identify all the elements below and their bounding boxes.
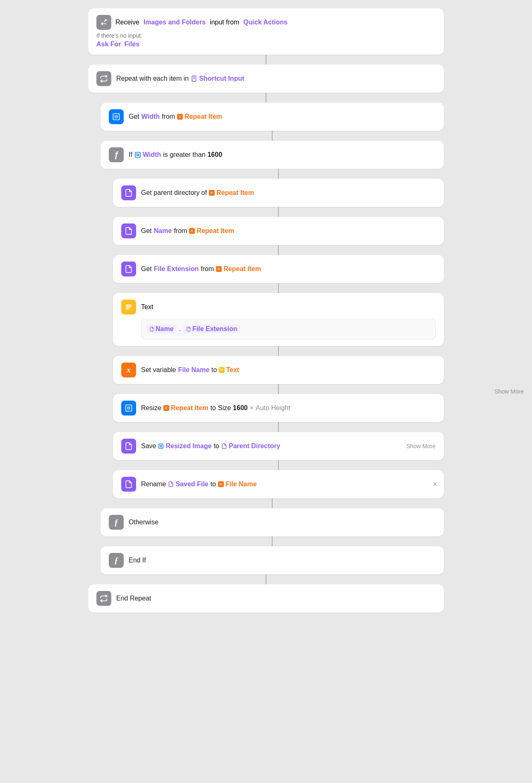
set-variable-label: Set variable xyxy=(141,366,176,374)
if-operator: is greater than xyxy=(163,151,205,159)
receive-icon xyxy=(96,15,111,30)
otherwise-card: ƒ Otherwise xyxy=(101,508,444,536)
rename-source[interactable]: Saved File xyxy=(175,480,208,488)
rename-connector: to xyxy=(211,480,216,488)
connector-4 xyxy=(278,169,279,179)
resize-times: × xyxy=(250,404,254,412)
receive-label: Receive xyxy=(115,19,139,26)
repeat-content: Repeat with each item in Shortcut Input xyxy=(116,75,436,82)
receive-connector: input from xyxy=(210,19,239,26)
resize-label: Resize xyxy=(141,404,161,412)
get-name-source[interactable]: Repeat Item xyxy=(197,227,234,235)
end-repeat-card: End Repeat xyxy=(88,584,444,612)
get-parent-label: Get parent directory of xyxy=(141,189,207,197)
otherwise-label: Otherwise xyxy=(129,519,158,526)
get-name-label: Get xyxy=(141,227,152,235)
save-content: Save Resized Image to Parent Directory S… xyxy=(141,442,436,450)
otherwise-content: Otherwise xyxy=(129,519,436,526)
rename-name[interactable]: File Name xyxy=(225,480,257,488)
get-extension-content: Get File Extension from ✕ Repeat Item xyxy=(141,265,436,273)
text-card-body[interactable]: Name . File Extension xyxy=(141,319,436,339)
save-connector: to xyxy=(214,442,219,450)
text-separator: . xyxy=(179,325,181,333)
repeat-icon xyxy=(96,71,111,86)
get-name-property[interactable]: Name xyxy=(154,227,172,235)
connector-8 xyxy=(278,346,279,356)
rename-card: Rename Saved File to ✕ File Name × xyxy=(113,470,444,498)
get-extension-connector: from xyxy=(201,265,214,273)
connector-14 xyxy=(266,574,266,584)
save-label: Save xyxy=(141,442,156,450)
get-width-card: Get Width from ✕ Repeat Item xyxy=(101,103,444,131)
text-extension-token[interactable]: File Extension xyxy=(192,325,237,333)
save-card: Save Resized Image to Parent Directory S… xyxy=(113,432,444,460)
if-content: If Width is greater than 1600 xyxy=(129,151,436,159)
end-if-label: End If xyxy=(129,557,146,564)
resize-source[interactable]: Repeat Item xyxy=(171,404,208,412)
workflow-container: Receive Images and Folders input from Qu… xyxy=(88,8,444,612)
connector-11 xyxy=(278,460,279,470)
get-width-icon xyxy=(109,109,124,124)
ask-for-token[interactable]: Ask For xyxy=(96,41,121,48)
receive-row3: Ask For Files xyxy=(96,41,436,48)
connector-10 xyxy=(278,422,279,432)
repeat-source[interactable]: Shortcut Input xyxy=(199,75,244,82)
files-token[interactable]: Files xyxy=(125,41,139,48)
set-variable-card: x Set variable File Name to Text xyxy=(113,356,444,384)
end-if-card: ƒ End If xyxy=(101,546,444,574)
text-label: Text xyxy=(141,303,153,311)
end-if-icon: ƒ xyxy=(109,553,124,568)
connector-1 xyxy=(266,55,266,65)
get-name-card: Get Name from ✕ Repeat Item xyxy=(113,217,444,245)
resize-card: Resize ✕ Repeat Item to Size 1600 × Auto… xyxy=(113,394,444,422)
end-repeat-label: End Repeat xyxy=(116,595,151,602)
resize-width[interactable]: 1600 xyxy=(233,404,248,412)
receive-show-more[interactable]: Show More xyxy=(494,388,524,395)
receive-input-type[interactable]: Images and Folders xyxy=(144,19,206,26)
get-parent-card: Get parent directory of ✕ Repeat Item xyxy=(113,179,444,207)
rename-label: Rename xyxy=(141,480,166,488)
get-extension-label: Get xyxy=(141,265,152,273)
text-card-header: Text xyxy=(121,300,436,315)
set-variable-connector: to xyxy=(211,366,217,374)
save-destination[interactable]: Parent Directory xyxy=(229,442,280,450)
if-card: ƒ If Width is greater than 1600 xyxy=(101,141,444,169)
set-variable-icon: x xyxy=(121,363,136,377)
if-icon: ƒ xyxy=(109,147,124,162)
otherwise-icon: ƒ xyxy=(109,515,124,530)
save-source[interactable]: Resized Image xyxy=(165,442,211,450)
resize-content: Resize ✕ Repeat Item to Size 1600 × Auto… xyxy=(141,404,436,412)
if-value[interactable]: 1600 xyxy=(207,151,222,159)
if-variable[interactable]: Width xyxy=(143,151,161,159)
get-name-connector: from xyxy=(174,227,187,235)
end-repeat-icon xyxy=(96,591,111,606)
connector-12 xyxy=(272,498,273,508)
rename-icon xyxy=(121,477,136,492)
save-show-more[interactable]: Show More xyxy=(406,443,436,449)
svg-rect-11 xyxy=(126,405,132,411)
get-parent-source[interactable]: Repeat Item xyxy=(216,189,254,197)
get-parent-content: Get parent directory of ✕ Repeat Item xyxy=(141,189,436,197)
svg-rect-3 xyxy=(113,114,120,120)
if-body-section: Get parent directory of ✕ Repeat Item xyxy=(101,169,444,498)
receive-source[interactable]: Quick Actions xyxy=(243,19,288,26)
get-width-content: Get Width from ✕ Repeat Item xyxy=(129,113,436,120)
connector-3 xyxy=(272,131,273,141)
rename-close-button[interactable]: × xyxy=(433,480,437,489)
receive-row1: Receive Images and Folders input from Qu… xyxy=(96,15,436,30)
resize-size-label: Size xyxy=(218,404,231,412)
set-variable-value[interactable]: Text xyxy=(226,366,239,374)
end-repeat-content: End Repeat xyxy=(116,595,436,602)
svg-rect-4 xyxy=(135,152,140,157)
get-width-source[interactable]: Repeat Item xyxy=(185,113,222,120)
get-extension-property[interactable]: File Extension xyxy=(154,265,199,273)
text-name-token[interactable]: Name xyxy=(156,325,174,333)
svg-rect-12 xyxy=(159,444,163,449)
if-label: If xyxy=(129,151,132,159)
get-extension-source[interactable]: Repeat Item xyxy=(223,265,261,273)
resize-to: to xyxy=(211,404,216,412)
set-variable-name[interactable]: File Name xyxy=(178,366,210,374)
connector-2 xyxy=(266,93,266,103)
connector-9 xyxy=(278,384,279,394)
get-width-property[interactable]: Width xyxy=(141,113,160,120)
